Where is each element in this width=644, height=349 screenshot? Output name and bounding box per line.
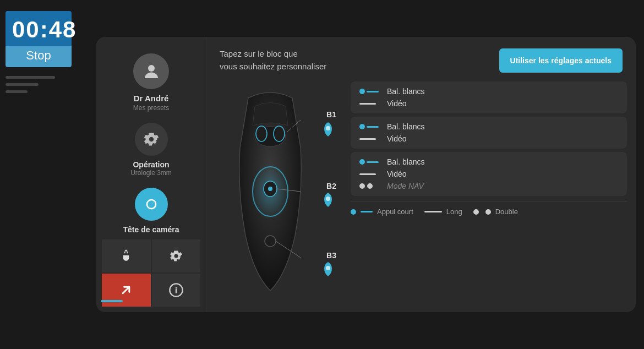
card-header: Tapez sur le bloc que vous souhaitez per… — [206, 37, 636, 81]
svg-point-10 — [268, 187, 272, 191]
settings-icon — [168, 248, 184, 264]
legend-double-label: Double — [495, 208, 518, 216]
svg-point-8 — [274, 126, 285, 141]
b1-icon — [322, 121, 334, 138]
legend-long-label: Long — [446, 208, 462, 216]
legend-long: Long — [424, 208, 462, 216]
operation-label: Opération — [133, 160, 169, 169]
svg-point-7 — [256, 126, 267, 141]
operation-icon — [135, 123, 168, 156]
b2-row-2: Vidéo — [359, 134, 618, 143]
info-button[interactable] — [152, 274, 201, 307]
b3-short-icon — [359, 159, 379, 165]
sidebar-bar-1 — [6, 76, 55, 79]
timer-stop[interactable]: Stop — [6, 46, 72, 67]
camera-icon — [135, 188, 168, 221]
header-instruction: Tapez sur le bloc que vous souhaitez per… — [220, 48, 326, 73]
b2-short-icon — [359, 124, 379, 129]
config-block-b2[interactable]: Bal. blancs Vidéo — [351, 117, 627, 149]
b3-nav-label: Mode NAV — [387, 182, 424, 190]
b2-row-1: Bal. blancs — [359, 122, 618, 131]
b1-long-icon — [359, 103, 379, 105]
svg-point-15 — [326, 126, 330, 130]
b1-video-label: Vidéo — [387, 99, 407, 108]
user-name: Dr André — [134, 94, 169, 103]
device-container: B1 B2 B3 — [215, 81, 342, 303]
info-icon — [168, 282, 184, 298]
legend-short-dot — [351, 209, 356, 215]
sidebar-bar-3 — [6, 90, 28, 93]
card-left-panel: Dr André Mes presets Opération Urologie … — [96, 37, 206, 312]
legend-short-label: Appui court — [377, 208, 413, 216]
bottom-buttons — [102, 239, 200, 307]
operation-subtitle: Urologie 3mm — [130, 169, 172, 177]
left-sidebar: 00:48 Stop — [0, 0, 88, 349]
svg-point-17 — [326, 266, 330, 270]
legend: Appui court Long Double — [351, 201, 627, 216]
usb-button[interactable] — [102, 239, 151, 272]
b3-row-3: Mode NAV — [359, 182, 618, 190]
legend-long-line — [424, 211, 442, 212]
gear-button[interactable] — [152, 239, 201, 272]
card-body: B1 B2 B3 — [206, 81, 636, 312]
usb-icon — [118, 248, 134, 264]
main-card: Dr André Mes presets Opération Urologie … — [96, 37, 636, 312]
action-button[interactable]: Utiliser les réglages actuels — [499, 48, 623, 73]
button-b2-label[interactable]: B2 — [326, 182, 336, 190]
b1-bal-label: Bal. blancs — [387, 87, 424, 96]
legend-short: Appui court — [351, 208, 413, 216]
svg-point-2 — [127, 252, 128, 253]
timer-display: 00:48 Stop — [6, 11, 72, 67]
svg-point-0 — [148, 65, 155, 72]
avatar — [133, 53, 169, 89]
sidebar-bar-2 — [6, 83, 39, 86]
legend-short-line — [361, 211, 373, 212]
user-subtitle: Mes presets — [133, 104, 169, 112]
button-b1-label[interactable]: B1 — [326, 110, 336, 119]
b2-video-label: Vidéo — [387, 134, 407, 143]
b3-double-icon — [359, 183, 379, 189]
operation-gear-icon — [142, 130, 161, 149]
b2-icon — [322, 192, 334, 208]
person-icon — [141, 62, 161, 81]
arrow-icon — [118, 282, 134, 298]
b3-row-2: Vidéo — [359, 170, 618, 178]
b3-video-label: Vidéo — [387, 170, 407, 178]
b3-bal-label: Bal. blancs — [387, 157, 424, 166]
device-svg[interactable] — [215, 81, 325, 296]
card-right-panel: Tapez sur le bloc que vous souhaitez per… — [206, 37, 636, 312]
svg-point-1 — [124, 252, 125, 253]
legend-double: Double — [473, 208, 518, 216]
b2-long-icon — [359, 138, 379, 140]
camera-head-icon — [143, 195, 160, 213]
config-block-b3[interactable]: Bal. blancs Vidéo Mode NAV — [351, 152, 627, 196]
svg-point-11 — [265, 236, 276, 247]
config-block-b1[interactable]: Bal. blancs Vidéo — [351, 81, 627, 113]
usb-indicator — [101, 300, 123, 302]
button-b3-label[interactable]: B3 — [326, 251, 336, 260]
b1-row-2: Vidéo — [359, 99, 618, 108]
b3-icon — [322, 261, 334, 277]
b1-row-1: Bal. blancs — [359, 87, 618, 96]
b1-short-icon — [359, 89, 379, 94]
b3-long-icon — [359, 173, 379, 175]
camera-label: Tête de caméra — [123, 225, 179, 234]
svg-point-16 — [326, 197, 330, 201]
b2-bal-label: Bal. blancs — [387, 122, 424, 131]
config-panel: Bal. blancs Vidéo — [351, 81, 627, 303]
timer-time: 00:48 — [6, 11, 72, 46]
legend-double-dot1 — [473, 209, 479, 215]
legend-double-dot2 — [485, 209, 491, 215]
b3-row-1: Bal. blancs — [359, 157, 618, 166]
sidebar-bars — [6, 76, 61, 97]
